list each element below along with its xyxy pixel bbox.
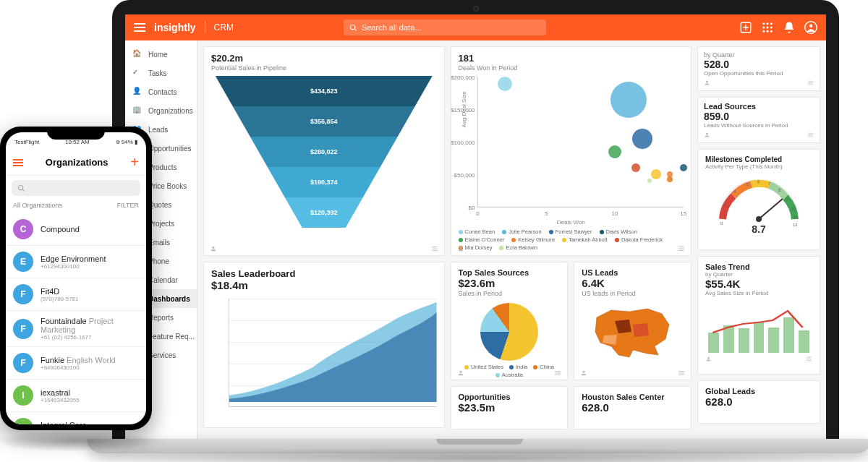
phone-frame: TestFlight 10:52 AM ⚙ 94% ▮ Organization…	[0, 127, 152, 430]
org-phone: (970)780-5781	[41, 296, 78, 302]
bubble-point	[651, 169, 661, 179]
org-item[interactable]: Iiexastral+16463432055	[6, 380, 146, 412]
org-item[interactable]: FFountaindale Project Marketing+61 (02) …	[6, 311, 146, 347]
search-icon	[349, 24, 357, 32]
list-icon[interactable]	[431, 245, 438, 252]
phone-header: Organizations +	[6, 151, 146, 176]
bubble-point	[498, 77, 512, 91]
houston-card: Houston Sales Center 628.0	[574, 386, 692, 429]
search-box[interactable]	[344, 20, 546, 35]
svg-text:0: 0	[720, 221, 723, 226]
sidebar-label: Reports	[148, 314, 174, 322]
org-item[interactable]: CCompound	[6, 213, 146, 246]
svg-point-6	[770, 27, 773, 29]
dashboard-grid: $20.2m Potential Sales in Pipeline $434,…	[197, 40, 826, 441]
bubble-point	[647, 179, 652, 183]
laptop-shadow	[87, 448, 868, 462]
funnel-subtitle: Potential Sales in Pipeline	[211, 64, 437, 72]
funnel-value: $20.2m	[211, 53, 437, 64]
avatar: C	[13, 219, 33, 239]
org-phone: +61294300100	[41, 263, 106, 270]
menu-icon[interactable]	[13, 159, 23, 166]
sidebar-item-home[interactable]: 🏠Home	[125, 45, 197, 64]
org-item[interactable]: IIntegral Care513-80A-4220	[6, 412, 146, 424]
salestrend-card: Sales Trend by Quarter $55.4K Avg Sales …	[697, 256, 820, 375]
us-map-chart	[582, 303, 684, 361]
svg-point-5	[767, 27, 769, 29]
leaderboard-value: $18.4m	[211, 279, 437, 291]
sidebar-label: Projects	[148, 220, 174, 228]
org-phone: +61 (02) 4256-1677	[41, 334, 139, 341]
bubble-subtitle: Deals Won in Period	[459, 64, 684, 72]
filter-scope[interactable]: All Organizations	[13, 202, 62, 209]
org-phone: +16463432055	[41, 397, 80, 403]
avatar: I	[13, 418, 33, 424]
search-input[interactable]	[362, 23, 540, 32]
milestones-card: Milestones Completed Activity Per Type (…	[697, 149, 820, 250]
org-list[interactable]: CCompoundEEdge Environment+61294300100FF…	[6, 213, 146, 424]
topsources-card: Top Sales Sources $23.6m Sales in Period…	[451, 262, 569, 380]
brand-logo: insightly	[154, 22, 196, 33]
main-content: 🏠Home✓Tasks👤Contacts🏢Organizations👥Leads…	[125, 40, 826, 441]
apps-icon[interactable]	[761, 21, 774, 34]
funnel-stage: $190,374	[216, 167, 433, 197]
sidebar-label: Tasks	[148, 69, 167, 77]
org-item[interactable]: FFit4D(970)780-5781	[6, 278, 146, 311]
filter-button[interactable]: FILTER	[117, 202, 139, 209]
bubble-point	[631, 163, 640, 172]
leaderboard-card: Sales Leaderboard $18.4m 35k 30k 25k 20k	[203, 262, 445, 428]
user-icon	[210, 245, 217, 252]
gauge-chart: 0245 6789 101112	[705, 176, 812, 226]
svg-point-7	[762, 30, 765, 33]
user-icon[interactable]	[804, 21, 817, 34]
usleads-card: US Leads 6.4K US leads in Period	[574, 262, 692, 380]
add-icon[interactable]: +	[130, 154, 139, 171]
phone-screen: TestFlight 10:52 AM ⚙ 94% ▮ Organization…	[6, 132, 146, 424]
sidebar-label: Home	[148, 51, 168, 59]
laptop-bezel: insightly CRM 🏠Home✓Tasks👤Contacts🏢Organ…	[112, 0, 839, 441]
funnel-stage: $280,022	[216, 137, 433, 167]
svg-point-4	[762, 27, 765, 29]
menu-icon[interactable]	[134, 23, 145, 32]
sidebar-item-tasks[interactable]: ✓Tasks	[125, 64, 197, 82]
user-icon	[457, 245, 464, 252]
funnel-chart: $434,823 $356,854 $280,022 $190,374 $120…	[211, 76, 437, 228]
sidebar-label: Organizations	[148, 107, 193, 115]
sidebar-label: Dashboards	[148, 295, 190, 303]
phone-search[interactable]	[12, 180, 140, 196]
org-item[interactable]: EEdge Environment+61294300100	[6, 246, 146, 278]
svg-point-9	[770, 30, 773, 33]
svg-point-1	[762, 22, 765, 25]
sidebar-item-organizations[interactable]: 🏢Organizations	[125, 101, 197, 120]
funnel-card: $20.2m Potential Sales in Pipeline $434,…	[203, 46, 445, 256]
add-icon[interactable]	[739, 21, 752, 34]
laptop-camera	[473, 6, 479, 12]
org-item[interactable]: FFunkie English World+84906430100	[6, 347, 146, 380]
org-name: Integral Care	[41, 421, 87, 425]
laptop-screen: insightly CRM 🏠Home✓Tasks👤Contacts🏢Organ…	[125, 14, 826, 441]
sidebar-item-contacts[interactable]: 👤Contacts	[125, 82, 197, 101]
avatar: I	[13, 385, 33, 406]
leaderboard-title: Sales Leaderboard	[211, 268, 437, 279]
bubble-point	[667, 176, 673, 182]
sidebar-label: Products	[148, 163, 176, 171]
sidebar-label: Opportunities	[148, 145, 191, 153]
svg-point-3	[770, 22, 773, 25]
funnel-stage: $434,823	[216, 76, 433, 106]
sidebar-label: Leads	[148, 126, 168, 134]
list-icon[interactable]	[678, 245, 685, 252]
divider	[205, 21, 205, 34]
avatar: E	[13, 252, 33, 272]
funnel-stage: $356,854	[216, 106, 433, 137]
bubble-point	[610, 82, 647, 118]
bubble-point	[632, 129, 652, 149]
bubble-point	[608, 145, 621, 158]
phone-notch	[47, 127, 105, 140]
bell-icon[interactable]	[783, 21, 796, 34]
svg-point-24	[756, 216, 762, 222]
org-phone: +84906430100	[41, 364, 116, 371]
topbar: insightly CRM	[125, 14, 826, 40]
svg-line-23	[759, 199, 783, 219]
sidebar-label: Calendar	[148, 276, 178, 284]
bubble-card: 181 Deals Won in Period Avg Deal Size $2…	[451, 46, 692, 256]
